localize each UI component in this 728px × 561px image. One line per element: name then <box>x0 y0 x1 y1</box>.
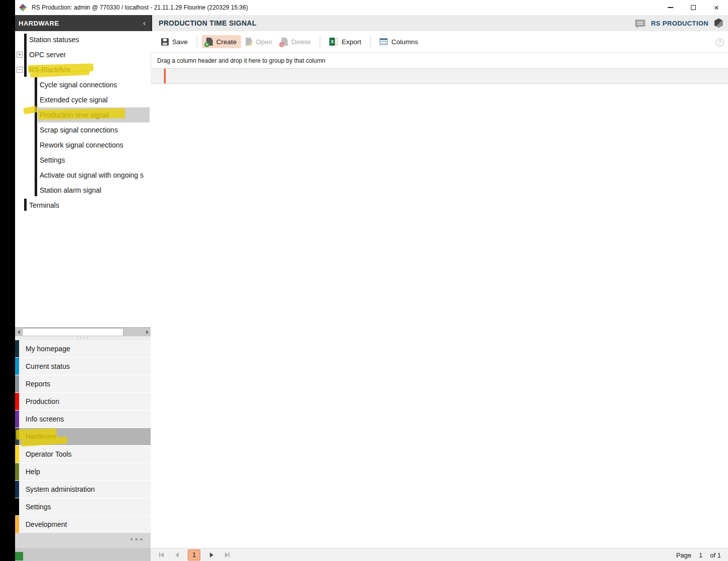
page-of-label: of 1 <box>710 551 721 559</box>
tree-item-label: Terminals <box>29 201 59 209</box>
menu-item-help[interactable]: Help <box>15 463 151 480</box>
columns-icon <box>380 38 388 45</box>
grid-body <box>151 84 728 548</box>
content-header: PRODUCTION TIME SIGNAL RS PRODUCTION <box>151 15 728 31</box>
minimize-icon <box>668 7 673 8</box>
scrollbar-thumb[interactable] <box>22 328 124 336</box>
menu-stripe <box>15 516 19 533</box>
brand-label: RS PRODUCTION <box>651 20 708 27</box>
save-button[interactable]: Save <box>157 36 192 48</box>
tree-item-settings[interactable]: Settings <box>15 153 151 168</box>
grid-header-cell[interactable] <box>166 69 728 83</box>
first-page-button[interactable] <box>157 550 166 559</box>
sidebar-splitter[interactable]: ···· <box>15 336 151 340</box>
columns-button[interactable]: Columns <box>375 36 422 48</box>
menu-item-development[interactable]: Development <box>15 516 151 533</box>
menu-stripe <box>15 410 19 428</box>
tree-item-label: Cycle signal connections <box>40 81 117 89</box>
page-title: PRODUCTION TIME SIGNAL <box>159 19 257 27</box>
tree-item-opc-server[interactable]: OPC server <box>15 47 151 62</box>
app-logo-icon <box>19 4 27 12</box>
sidebar-header: HARDWARE ‹ <box>15 15 151 31</box>
toolbar-separator <box>370 35 371 48</box>
title-bar: RS Production: admin @ 770330 / localhos… <box>15 0 728 15</box>
tree-item-station-alarm-signal[interactable]: Station alarm signal <box>15 183 151 198</box>
tree-item-scrap-signal-connections[interactable]: Scrap signal connections <box>15 122 151 137</box>
pagination-nav: 1 <box>157 549 231 560</box>
menu-overflow-bar: ••• <box>15 533 151 548</box>
menu-item-system-administration[interactable]: System administration <box>15 481 151 498</box>
menu-stripe <box>15 446 19 463</box>
menu-item-info-screens[interactable]: Info screens <box>15 410 151 428</box>
grid-header-row <box>151 68 728 84</box>
hexagon-logo-icon <box>714 19 723 28</box>
left-black-edge <box>0 0 15 561</box>
create-button[interactable]: + Create <box>202 35 241 48</box>
menu-item-label: My homepage <box>26 345 70 353</box>
menu-item-current-status[interactable]: Current status <box>15 358 151 375</box>
menu-stripe <box>15 340 19 357</box>
menu-item-label: System administration <box>26 485 95 493</box>
collapse-icon[interactable]: − <box>17 67 23 73</box>
tree-item-label: Settings <box>40 156 65 164</box>
menu-item-reports[interactable]: Reports <box>15 375 151 392</box>
grid-header-cell[interactable] <box>151 69 164 83</box>
menu-stripe <box>15 498 19 515</box>
sidebar-header-title: HARDWARE <box>19 20 59 27</box>
open-button: Open <box>241 35 277 48</box>
sidebar-collapse-button[interactable]: ‹ <box>143 19 146 27</box>
close-button[interactable]: × <box>705 0 728 15</box>
delete-button: − Delete <box>277 35 315 48</box>
page-label: Page <box>676 551 691 559</box>
last-page-button[interactable] <box>222 550 231 559</box>
menu-item-operator-tools[interactable]: Operator Tools <box>15 446 151 463</box>
menu-stripe <box>15 481 19 498</box>
main-menu: My homepage Current status Reports Produ… <box>15 340 151 533</box>
sidebar: HARDWARE ‹ + − Station statuses OPC serv… <box>15 15 151 561</box>
menu-item-label: Operator Tools <box>26 450 72 458</box>
page-number: 1 <box>699 551 702 559</box>
toolbar-separator <box>197 35 197 48</box>
tree-item-station-statuses[interactable]: Station statuses <box>15 32 151 47</box>
menu-stripe <box>15 463 19 480</box>
menu-item-production[interactable]: Production <box>15 393 151 410</box>
previous-page-button[interactable] <box>172 550 181 559</box>
menu-stripe <box>15 375 19 392</box>
scroll-right-icon[interactable] <box>144 328 151 337</box>
expand-icon[interactable]: + <box>17 52 23 58</box>
menu-overflow-button[interactable]: ••• <box>130 535 145 544</box>
header-right-group: RS PRODUCTION <box>635 15 723 31</box>
tree-item-cycle-signal-connections[interactable]: Cycle signal connections <box>15 77 151 92</box>
export-button[interactable]: x Export <box>325 35 366 48</box>
group-by-drop-zone[interactable]: Drag a column header and drop it here to… <box>151 52 728 68</box>
tree-item-rework-signal-connections[interactable]: Rework signal connections <box>15 137 151 153</box>
tree-item-label: OPC server <box>29 51 66 59</box>
menu-item-settings[interactable]: Settings <box>15 498 151 515</box>
group-by-hint: Drag a column header and drop it here to… <box>157 57 325 64</box>
next-page-button[interactable] <box>207 550 216 559</box>
menu-stripe <box>15 358 19 375</box>
minimize-button[interactable] <box>659 0 682 15</box>
scroll-left-icon[interactable] <box>15 328 22 337</box>
content-area: PRODUCTION TIME SIGNAL RS PRODUCTION Sav… <box>151 15 728 561</box>
tree-item-activate-out-signal[interactable]: Activate out signal with ongoing s <box>15 168 151 183</box>
chat-icon[interactable] <box>635 20 645 27</box>
tree-item-terminals[interactable]: Terminals <box>15 198 151 213</box>
tree-item-label: Activate out signal with ongoing s <box>40 171 144 179</box>
menu-item-my-homepage[interactable]: My homepage <box>15 340 151 357</box>
tree-item-extended-cycle-signal[interactable]: Extended cycle signal <box>15 92 151 107</box>
window-controls: × <box>659 0 728 15</box>
maximize-button[interactable] <box>682 0 705 15</box>
menu-item-label: Info screens <box>26 415 64 423</box>
sidebar-bottom-strip <box>15 548 151 561</box>
delete-icon: − <box>281 38 288 46</box>
hardware-tree: + − Station statuses OPC server RS-Black… <box>15 31 151 327</box>
open-icon <box>246 38 252 46</box>
tree-item-label: Scrap signal connections <box>40 126 118 134</box>
highlight-marker <box>38 108 125 119</box>
current-page-box[interactable]: 1 <box>188 549 200 560</box>
menu-item-label: Help <box>26 468 40 476</box>
excel-export-icon: x <box>329 38 338 46</box>
help-icon[interactable]: ? <box>715 38 724 47</box>
menu-item-label: Current status <box>26 362 70 370</box>
